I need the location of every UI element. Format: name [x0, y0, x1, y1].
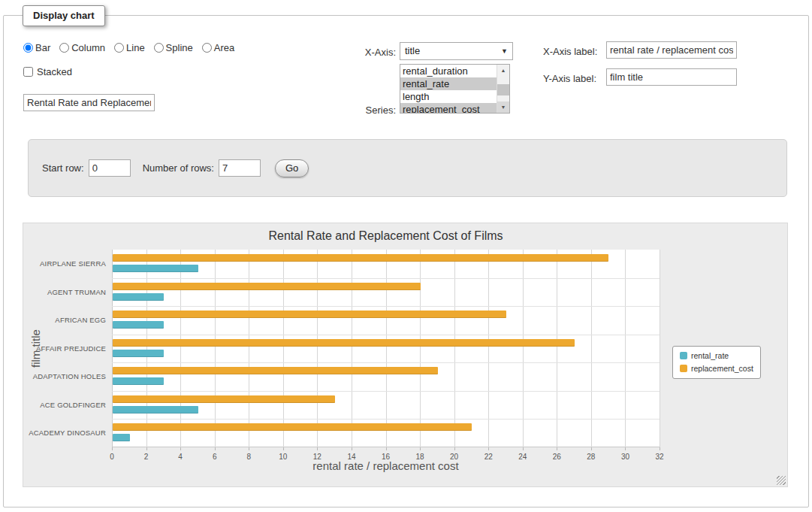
series-options: rental_durationrental_ratelengthreplacem…: [400, 65, 497, 113]
y-axis-label-input[interactable]: [606, 68, 737, 86]
bar-replacement_cost[interactable]: [113, 254, 608, 262]
legend-item-rental_rate[interactable]: rental_rate: [680, 351, 753, 360]
chart-type-group: BarColumnLineSplineArea: [23, 42, 234, 53]
tick-mark: [523, 447, 524, 450]
chart-legend: rental_ratereplacement_cost: [672, 346, 761, 379]
x-axis-label-input[interactable]: [606, 41, 737, 59]
bar-rental_rate[interactable]: [113, 321, 164, 329]
scroll-up-icon[interactable]: ▲: [497, 65, 509, 76]
legend-swatch: [680, 352, 687, 359]
tick-mark: [454, 447, 455, 450]
radio-label: Line: [126, 42, 145, 53]
stacked-checkbox[interactable]: [23, 67, 33, 77]
series-option-rental_duration[interactable]: rental_duration: [400, 65, 497, 77]
radio-label: Area: [214, 42, 234, 53]
bar-replacement_cost[interactable]: [113, 311, 506, 318]
gridline: [523, 250, 524, 447]
chart-type-radio-bar[interactable]: [23, 43, 33, 53]
tick-mark: [386, 447, 387, 450]
category-gridline: [112, 391, 660, 392]
gridline: [283, 250, 284, 447]
chart-type-bar[interactable]: Bar: [23, 42, 50, 53]
legend-label: rental_rate: [691, 351, 729, 360]
gridline: [454, 250, 455, 447]
start-row-label: Start row:: [42, 162, 84, 174]
gridline: [625, 250, 626, 447]
x-axis-select-value: title: [405, 45, 420, 56]
chart-title-input[interactable]: [23, 94, 155, 111]
legend-swatch: [680, 365, 687, 372]
scrollbar-thumb[interactable]: [497, 84, 509, 95]
number-of-rows-label: Number of rows:: [143, 162, 214, 174]
bar-replacement_cost[interactable]: [113, 395, 335, 403]
y-axis-title: film title: [29, 250, 42, 447]
series-option-length[interactable]: length: [400, 90, 497, 103]
gridline: [352, 250, 352, 447]
rows-panel: Start row: Number of rows: Go: [28, 139, 787, 197]
x-axis-label-label: X-Axis label:: [543, 46, 597, 57]
series-scrollbar[interactable]: ▲ ▼: [497, 65, 509, 113]
gridline: [420, 250, 421, 447]
chart-type-radio-spline[interactable]: [154, 43, 164, 53]
radio-label: Spline: [166, 42, 193, 53]
tick-mark: [112, 447, 113, 450]
gridline: [249, 250, 249, 447]
series-option-rental_rate[interactable]: rental_rate: [400, 77, 497, 90]
bar-rental_rate[interactable]: [113, 293, 164, 301]
resize-grip-icon[interactable]: [777, 476, 786, 485]
tick-mark: [352, 447, 352, 450]
gridline: [488, 250, 489, 447]
chart-type-spline[interactable]: Spline: [154, 42, 193, 53]
tick-mark: [625, 447, 626, 450]
bar-replacement_cost[interactable]: [113, 283, 421, 290]
series-option-replacement_cost[interactable]: replacement_cost: [400, 103, 497, 114]
bar-rental_rate[interactable]: [113, 377, 164, 385]
gridline: [660, 250, 660, 447]
bar-replacement_cost[interactable]: [113, 423, 472, 431]
chart-type-line[interactable]: Line: [114, 42, 145, 53]
chart-type-area[interactable]: Area: [202, 42, 234, 53]
gridline: [146, 250, 147, 447]
chart-panel: Rental Rate and Replacement Cost of Film…: [23, 223, 788, 487]
bar-rental_rate[interactable]: [113, 406, 198, 414]
bar-replacement_cost[interactable]: [113, 367, 438, 374]
gridline: [386, 250, 387, 447]
chevron-down-icon: ▼: [501, 48, 508, 55]
stacked-option[interactable]: Stacked: [23, 66, 72, 77]
tick-mark: [317, 447, 318, 450]
x-axis-select[interactable]: title ▼: [400, 42, 513, 60]
chart-type-radio-column[interactable]: [59, 43, 69, 53]
legend-item-replacement_cost[interactable]: replacement_cost: [680, 364, 753, 373]
y-axis-label-label: Y-Axis label:: [543, 73, 596, 84]
chart-type-radio-area[interactable]: [202, 43, 212, 53]
radio-label: Column: [71, 42, 105, 53]
go-button[interactable]: Go: [275, 159, 309, 177]
tick-mark: [146, 447, 147, 450]
gridline: [215, 250, 216, 447]
tick-mark: [283, 447, 284, 450]
bar-rental_rate[interactable]: [113, 350, 164, 357]
gridline: [317, 250, 318, 447]
chart-type-column[interactable]: Column: [59, 42, 105, 53]
chart-type-radio-line[interactable]: [114, 43, 124, 53]
gridline: [180, 250, 181, 447]
bar-rental_rate[interactable]: [113, 265, 198, 272]
bar-rental_rate[interactable]: [113, 434, 130, 441]
bar-replacement_cost[interactable]: [113, 339, 575, 347]
category-gridline: [112, 306, 660, 307]
radio-label: Bar: [35, 42, 50, 53]
tick-mark: [488, 447, 489, 450]
series-listbox[interactable]: rental_durationrental_ratelengthreplacem…: [400, 64, 510, 114]
tick-mark: [180, 447, 181, 450]
tick-mark: [557, 447, 557, 450]
x-axis-select-label: X-Axis:: [331, 47, 396, 58]
gridline: [557, 250, 557, 447]
category-gridline: [112, 278, 660, 279]
number-of-rows-input[interactable]: [219, 159, 261, 177]
legend-label: replacement_cost: [691, 364, 753, 373]
page: Display chart BarColumnLineSplineArea St…: [0, 0, 812, 512]
scroll-down-icon[interactable]: ▼: [497, 101, 509, 113]
start-row-input[interactable]: [89, 159, 131, 177]
category-gridline: [112, 362, 660, 363]
series-label: Series:: [331, 105, 396, 116]
